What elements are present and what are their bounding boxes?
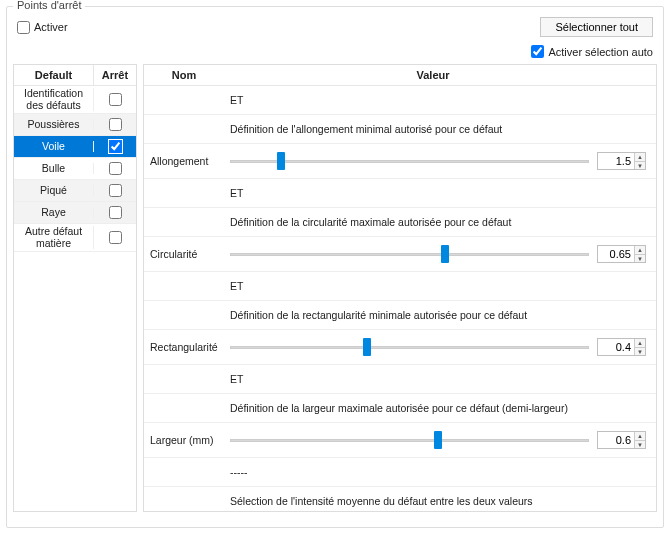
activate-checkbox[interactable] [17,21,30,34]
row-def-circularite: Définition de la circularité maximale au… [144,208,656,237]
params-panel: Nom Valeur ET Définition de l'allongemen… [143,64,657,512]
auto-select-checkbox[interactable] [531,45,544,58]
largeur-input[interactable] [598,433,634,447]
params-body[interactable]: ET Définition de l'allongement minimal a… [144,86,656,511]
defect-stop-checkbox[interactable] [109,206,122,219]
allongement-slider[interactable] [230,152,589,170]
defect-row[interactable]: Poussières [14,114,136,136]
params-header: Nom Valeur [144,65,656,86]
allongement-label: Allongement [144,147,224,175]
et-label: ET [224,179,656,207]
def-intensite-text: Sélection de l'intensité moyenne du défa… [224,487,656,511]
defect-row[interactable]: Bulle [14,158,136,180]
circularite-label: Circularité [144,240,224,268]
defect-label: Voile [14,141,94,153]
circularite-spinner[interactable]: ▲▼ [597,245,646,263]
def-allongement-text: Définition de l'allongement minimal auto… [224,115,656,143]
defect-label: Poussières [14,119,94,131]
allongement-input[interactable] [598,154,634,168]
defects-table: Default Arrêt Identification des défauts… [13,64,137,512]
row-def-allongement: Définition de l'allongement minimal auto… [144,115,656,144]
spin-down[interactable]: ▼ [634,254,645,262]
defect-stop-checkbox[interactable] [109,93,122,106]
group-title: Points d'arrêt [13,0,85,11]
row-et: ET [144,272,656,301]
row-et: ET [144,179,656,208]
et-label: ET [224,365,656,393]
rectangularite-label: Rectangularité [144,333,224,361]
def-rectangularite-text: Définition de la rectangularité minimale… [224,301,656,329]
spin-up[interactable]: ▲ [634,339,645,347]
row-et: ET [144,365,656,394]
defect-stop-checkbox[interactable] [109,231,122,244]
row-allongement: Allongement ▲▼ [144,144,656,179]
et-label: ET [224,272,656,300]
select-all-button[interactable]: Sélectionner tout [540,17,653,37]
rectangularite-slider[interactable] [230,338,589,356]
defect-label: Bulle [14,163,94,175]
defects-rows: Identification des défautsPoussièresVoil… [14,86,136,252]
defect-stop-checkbox[interactable] [109,118,122,131]
header-nom: Nom [144,65,224,85]
defect-row[interactable]: Identification des défauts [14,86,136,114]
spin-up[interactable]: ▲ [634,432,645,440]
rectangularite-input[interactable] [598,340,634,354]
spin-down[interactable]: ▼ [634,161,645,169]
row-largeur: Largeur (mm) ▲▼ [144,423,656,458]
circularite-input[interactable] [598,247,634,261]
row-circularite: Circularité ▲▼ [144,237,656,272]
et-label: ET [224,86,656,114]
def-circularite-text: Définition de la circularité maximale au… [224,208,656,236]
def-largeur-text: Définition de la largeur maximale autori… [224,394,656,422]
defect-stop-checkbox[interactable] [109,184,122,197]
defect-label: Identification des défauts [14,88,94,111]
auto-select-checkbox-wrap[interactable]: Activer sélection auto [531,45,653,58]
spin-down[interactable]: ▼ [634,440,645,448]
auto-select-row: Activer sélection auto [13,41,657,64]
breakpoints-group: Points d'arrêt Activer Sélectionner tout… [6,6,664,528]
header-default: Default [14,65,94,85]
defect-row[interactable]: Piqué [14,180,136,202]
row-def-intensite: Sélection de l'intensité moyenne du défa… [144,487,656,511]
defect-row[interactable]: Voile [14,136,136,158]
largeur-label: Largeur (mm) [144,426,224,454]
spin-down[interactable]: ▼ [634,347,645,355]
defects-table-header: Default Arrêt [14,65,136,86]
activate-checkbox-wrap[interactable]: Activer [17,21,68,34]
defect-label: Piqué [14,185,94,197]
auto-select-label: Activer sélection auto [548,46,653,58]
defect-label: Raye [14,207,94,219]
defect-stop-checkbox[interactable] [109,140,122,153]
spin-up[interactable]: ▲ [634,246,645,254]
rectangularite-spinner[interactable]: ▲▼ [597,338,646,356]
spin-up[interactable]: ▲ [634,153,645,161]
main-area: Default Arrêt Identification des défauts… [13,64,657,512]
row-et: ET [144,86,656,115]
defect-stop-checkbox[interactable] [109,162,122,175]
row-def-rectangularite: Définition de la rectangularité minimale… [144,301,656,330]
row-dashes: ----- [144,458,656,487]
activate-label: Activer [34,21,68,33]
top-row: Activer Sélectionner tout [13,15,657,41]
allongement-spinner[interactable]: ▲▼ [597,152,646,170]
largeur-slider[interactable] [230,431,589,449]
header-arret: Arrêt [94,65,136,85]
largeur-spinner[interactable]: ▲▼ [597,431,646,449]
row-rectangularite: Rectangularité ▲▼ [144,330,656,365]
defect-row[interactable]: Raye [14,202,136,224]
defect-label: Autre défaut matière [14,226,94,249]
dashes-text: ----- [224,458,656,486]
circularite-slider[interactable] [230,245,589,263]
defect-row[interactable]: Autre défaut matière [14,224,136,252]
row-def-largeur: Définition de la largeur maximale autori… [144,394,656,423]
header-valeur: Valeur [224,65,642,85]
